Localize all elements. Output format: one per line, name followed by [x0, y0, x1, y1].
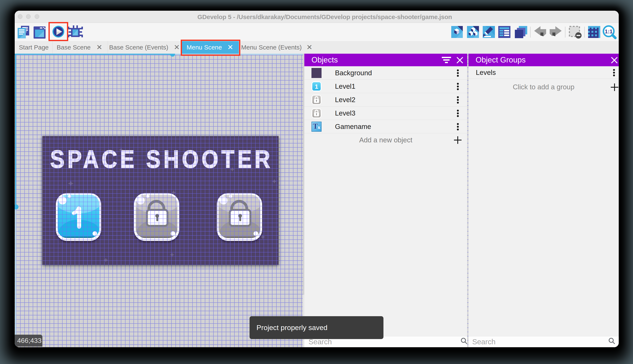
svg-text:1:1: 1:1 [605, 28, 613, 34]
